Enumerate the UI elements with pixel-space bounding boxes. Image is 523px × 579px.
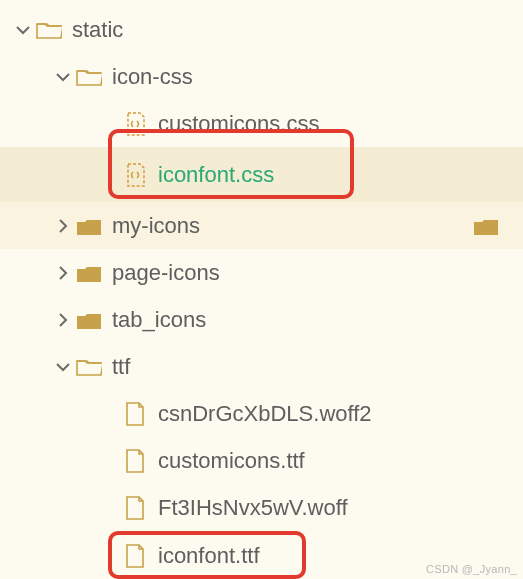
tree-item-my-icons[interactable]: my-icons [0, 202, 523, 249]
tree-item-page-icons[interactable]: page-icons [0, 249, 523, 296]
tree-item-tab-icons[interactable]: tab_icons [0, 296, 523, 343]
file-icon [122, 543, 148, 569]
watermark: CSDN @_Jyann_ [426, 563, 517, 575]
file-icon [122, 495, 148, 521]
tree-label: customicons.css [158, 111, 319, 137]
tree-item-icon-css[interactable]: icon-css [0, 53, 523, 100]
tree-label: my-icons [112, 213, 200, 239]
chevron-down-icon [54, 360, 72, 374]
tree-item-static[interactable]: static [0, 6, 523, 53]
folder-closed-icon [76, 307, 102, 333]
chevron-down-icon [14, 23, 32, 37]
file-icon [122, 401, 148, 427]
chevron-down-icon [54, 70, 72, 84]
tree-label: iconfont.ttf [158, 543, 260, 569]
folder-open-icon [36, 17, 62, 43]
file-tree: static icon-css customicons.css iconfont… [0, 0, 523, 579]
tree-label: tab_icons [112, 307, 206, 333]
tree-item-iconfont-css[interactable]: iconfont.css [0, 147, 523, 202]
tree-label: page-icons [112, 260, 220, 286]
css-file-icon [122, 162, 148, 188]
tree-item-ft3-woff[interactable]: Ft3IHsNvx5wV.woff [0, 484, 523, 531]
tree-label: customicons.ttf [158, 448, 305, 474]
folder-open-icon [76, 354, 102, 380]
tree-item-ttf[interactable]: ttf [0, 343, 523, 390]
chevron-right-icon [54, 266, 72, 280]
tree-label: icon-css [112, 64, 193, 90]
chevron-right-icon [54, 313, 72, 327]
folder-closed-icon [76, 260, 102, 286]
folder-closed-icon [473, 213, 499, 239]
chevron-right-icon [54, 219, 72, 233]
folder-open-icon [76, 64, 102, 90]
tree-label: csnDrGcXbDLS.woff2 [158, 401, 372, 427]
tree-label: Ft3IHsNvx5wV.woff [158, 495, 348, 521]
css-file-icon [122, 111, 148, 137]
tree-item-customicons-ttf[interactable]: customicons.ttf [0, 437, 523, 484]
tree-label: iconfont.css [158, 162, 274, 188]
file-icon [122, 448, 148, 474]
tree-item-csn-woff2[interactable]: csnDrGcXbDLS.woff2 [0, 390, 523, 437]
tree-label: ttf [112, 354, 130, 380]
folder-closed-icon [76, 213, 102, 239]
tree-label: static [72, 17, 123, 43]
tree-item-customicons-css[interactable]: customicons.css [0, 100, 523, 147]
